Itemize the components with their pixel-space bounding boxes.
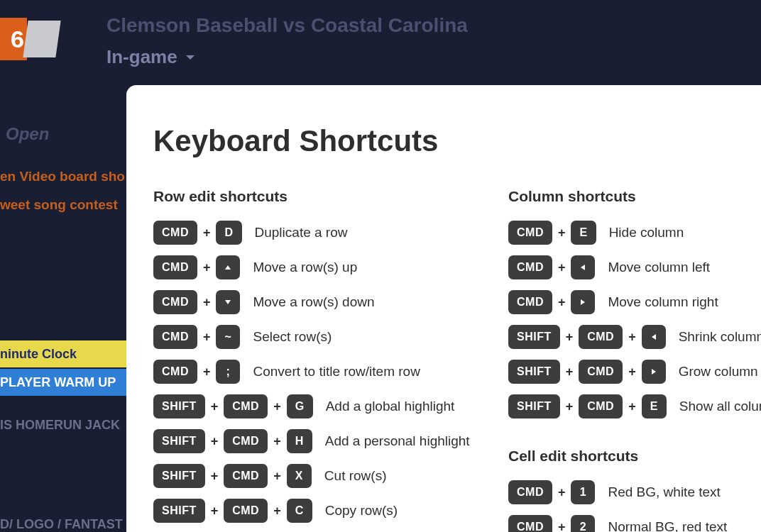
key-~: ~ (216, 325, 240, 349)
shortcut-row: CMD+Move a row(s) down (153, 290, 466, 314)
key-cmd: CMD (153, 360, 197, 384)
key-shift: SHIFT (508, 325, 560, 349)
modal-title: Keyboard Shortcuts (153, 124, 718, 158)
key-arrow-right (571, 290, 595, 314)
shortcut-row: SHIFT+CMD+Shrink column width (508, 325, 761, 349)
key-arrow-right (642, 360, 666, 384)
shortcut-row: SHIFT+CMD+Grow column width (508, 360, 761, 384)
key-shift: SHIFT (153, 429, 205, 453)
key-combo: SHIFT+CMD+C (153, 499, 312, 523)
key-cmd: CMD (224, 464, 268, 488)
key-combo: CMD+E (508, 221, 596, 245)
key-combo: CMD+1 (508, 480, 595, 504)
plus-separator: + (268, 399, 287, 414)
key-combo: CMD+; (153, 360, 240, 384)
shortcut-description: Move column right (608, 294, 718, 310)
shortcut-row: CMD+EHide column (508, 221, 761, 245)
plus-separator: + (268, 434, 287, 449)
plus-separator: + (552, 295, 571, 310)
shortcut-row: CMD+~Select row(s) (153, 325, 466, 349)
plus-separator: + (197, 330, 217, 345)
key-cmd: CMD (579, 394, 623, 419)
shortcut-description: Cut row(s) (324, 468, 387, 484)
plus-separator: + (623, 399, 642, 414)
key-c: C (287, 499, 312, 523)
logo-mascot (23, 21, 60, 57)
shortcut-row: CMD+DDuplicate a row (153, 221, 466, 245)
key-combo: SHIFT+CMD+H (153, 429, 312, 453)
key-1: 1 (571, 480, 595, 504)
key-e: E (571, 221, 596, 245)
key-e: E (642, 394, 667, 419)
shortcut-description: Copy row(s) (325, 503, 398, 519)
shortcut-description: Shrink column width (679, 329, 761, 345)
shortcut-description: Red BG, white text (608, 484, 720, 500)
timeline-row[interactable]: IS HOMERUN JACK (0, 411, 128, 438)
subnav-dropdown[interactable]: In-game (106, 46, 196, 68)
shortcut-row: SHIFT+CMD+CCopy row(s) (153, 499, 466, 523)
shortcut-description: Grow column width (679, 364, 761, 379)
shortcut-description: Move column left (608, 260, 710, 275)
section-title: Column shortcuts (508, 188, 761, 205)
key-combo: CMD+ (508, 290, 595, 314)
key-combo: CMD+ (508, 255, 595, 279)
plus-separator: + (197, 365, 217, 379)
key-cmd: CMD (153, 221, 197, 245)
key-2: 2 (571, 515, 595, 532)
plus-separator: + (552, 260, 571, 275)
key-cmd: CMD (508, 290, 552, 314)
key-cmd: CMD (224, 429, 268, 453)
shortcut-description: Select row(s) (253, 329, 332, 345)
key-cmd: CMD (579, 360, 623, 384)
shortcut-description: Show all columns (679, 399, 761, 414)
plus-separator: + (268, 504, 287, 519)
arrow-down-icon (223, 297, 233, 307)
shortcut-description: Move a row(s) down (253, 294, 374, 310)
plus-separator: + (197, 260, 217, 275)
timeline-row[interactable]: ninute Clock (0, 340, 128, 367)
sidebar-link[interactable]: weet song contest (0, 197, 128, 213)
timeline-row[interactable]: D/ LOGO / FANTAST (0, 511, 128, 532)
key-arrow-left (571, 255, 595, 279)
shortcut-row: SHIFT+CMD+XCut row(s) (153, 464, 466, 488)
sidebar: Open en Video board sho weet song contes… (0, 124, 128, 226)
key-combo: SHIFT+CMD+G (153, 394, 313, 419)
key-cmd: CMD (508, 221, 552, 245)
plus-separator: + (268, 469, 287, 484)
key-combo: CMD+D (153, 221, 242, 245)
timeline-row[interactable]: PLAYER WARM UP (0, 369, 128, 396)
plus-separator: + (205, 504, 224, 519)
column-shortcuts-section: Column shortcuts CMD+EHide columnCMD+Mov… (508, 188, 761, 419)
key-combo: SHIFT+CMD+ (508, 360, 666, 384)
shortcut-row: CMD+;Convert to title row/item row (153, 360, 466, 384)
sidebar-link[interactable]: en Video board sho (0, 169, 128, 184)
keyboard-shortcuts-modal: Keyboard Shortcuts Row edit shortcuts CM… (126, 85, 761, 532)
section-title: Cell edit shortcuts (508, 448, 761, 465)
shortcut-row: SHIFT+CMD+GAdd a global highlight (153, 394, 466, 419)
plus-separator: + (197, 226, 217, 240)
key-cmd: CMD (153, 325, 197, 349)
plus-separator: + (623, 365, 642, 379)
shortcut-row: SHIFT+CMD+HAdd a personal highlight (153, 429, 466, 453)
key-arrow-left (642, 325, 666, 349)
arrow-left-icon (578, 262, 588, 272)
plus-separator: + (560, 365, 579, 379)
key-x: X (287, 464, 312, 488)
key-g: G (287, 394, 313, 419)
plus-separator: + (560, 399, 579, 414)
shortcut-row: CMD+Move column right (508, 290, 761, 314)
key-combo: CMD+~ (153, 325, 240, 349)
plus-separator: + (560, 330, 579, 345)
cell-edit-section: Cell edit shortcuts CMD+1Red BG, white t… (508, 448, 761, 532)
key-shift: SHIFT (508, 394, 560, 419)
key-cmd: CMD (508, 515, 552, 532)
sidebar-open-label: Open (6, 124, 128, 144)
plus-separator: + (623, 330, 642, 345)
shortcut-row: CMD+Move a row(s) up (153, 255, 466, 279)
shortcut-description: Hide column (609, 225, 684, 240)
key-cmd: CMD (224, 394, 268, 419)
arrow-up-icon (223, 262, 233, 272)
plus-separator: + (552, 520, 571, 533)
key-;: ; (216, 360, 240, 384)
shortcut-description: Add a personal highlight (325, 433, 470, 449)
